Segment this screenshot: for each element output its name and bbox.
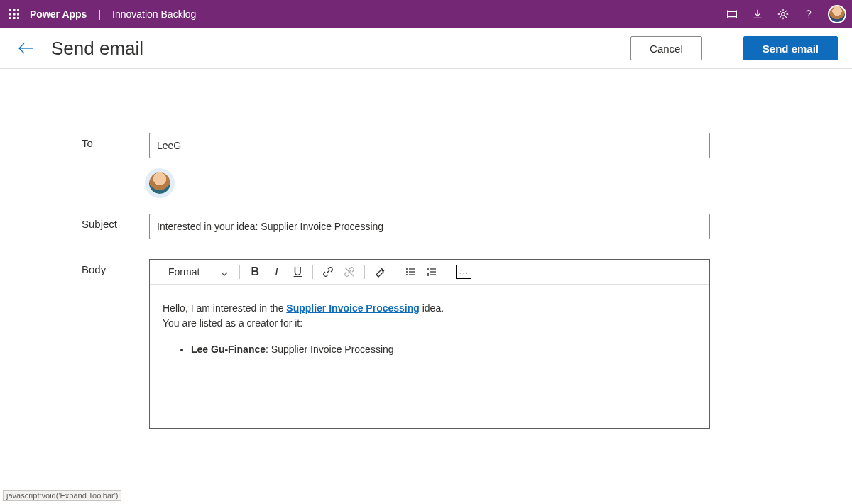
cancel-button[interactable]: Cancel — [630, 36, 702, 60]
creator-name: Lee Gu-Finance — [191, 344, 266, 355]
numbered-list-icon[interactable] — [425, 265, 438, 278]
body-label: Body — [82, 259, 149, 275]
idea-link[interactable]: Supplier Invoice Processing — [286, 302, 420, 314]
svg-rect-8 — [17, 17, 19, 19]
svg-rect-4 — [13, 13, 16, 16]
bullet-list-icon[interactable] — [404, 265, 417, 278]
link-icon[interactable] — [322, 265, 334, 278]
waffle-icon[interactable] — [6, 6, 23, 23]
chevron-down-icon — [221, 268, 228, 275]
fit-icon[interactable] — [726, 8, 738, 21]
svg-rect-9 — [728, 11, 737, 16]
svg-rect-7 — [13, 17, 16, 19]
unlink-icon — [343, 265, 356, 278]
user-avatar[interactable] — [828, 5, 846, 23]
svg-point-14 — [782, 13, 785, 16]
svg-point-15 — [808, 17, 809, 18]
format-dropdown[interactable]: Format — [168, 266, 231, 278]
brand-separator: | — [98, 9, 101, 20]
download-icon[interactable] — [751, 8, 764, 21]
back-button[interactable] — [14, 37, 37, 60]
format-dropdown-label: Format — [168, 266, 200, 278]
creator-idea: : Supplier Invoice Processing — [266, 344, 394, 355]
email-form: To Subject Body Format — [0, 69, 852, 477]
creator-list-item: Lee Gu-Finance: Supplier Invoice Process… — [191, 342, 697, 357]
brand-label[interactable]: Power Apps — [30, 9, 87, 20]
body-text: idea. — [420, 302, 444, 314]
bold-button[interactable]: B — [248, 265, 261, 278]
svg-rect-2 — [17, 9, 19, 11]
underline-button[interactable]: U — [291, 265, 304, 278]
clear-format-icon[interactable] — [373, 265, 386, 278]
svg-rect-6 — [9, 17, 11, 19]
send-email-button[interactable]: Send email — [743, 36, 838, 60]
app-name[interactable]: Innovation Backlog — [112, 9, 196, 20]
gear-icon[interactable] — [777, 8, 790, 21]
to-label: To — [82, 133, 149, 149]
subject-label: Subject — [82, 214, 149, 230]
svg-rect-0 — [9, 9, 11, 11]
editor-toolbar: Format B I U — [150, 260, 709, 285]
to-input[interactable] — [149, 133, 710, 158]
svg-rect-1 — [13, 9, 16, 11]
rich-text-editor: Format B I U — [149, 259, 710, 429]
svg-rect-5 — [17, 13, 19, 16]
subject-input[interactable] — [149, 214, 710, 239]
recipient-avatar[interactable] — [149, 172, 170, 194]
svg-point-21 — [406, 274, 408, 275]
status-bar: javascript:void('Expand Toolbar') — [3, 490, 121, 501]
more-toolbar-button[interactable]: ··· — [456, 265, 471, 279]
page-title: Send email — [51, 38, 143, 60]
body-text: Hello, I am interested in the — [163, 302, 286, 314]
editor-body[interactable]: Hello, I am interested in the Supplier I… — [150, 285, 709, 428]
svg-point-20 — [406, 271, 408, 273]
svg-rect-3 — [9, 13, 11, 16]
svg-point-19 — [406, 268, 408, 270]
italic-button[interactable]: I — [270, 265, 283, 278]
body-text: You are listed as a creator for it: — [163, 316, 697, 331]
command-bar: Send email Cancel Send email — [0, 28, 852, 69]
help-icon[interactable] — [802, 8, 815, 21]
global-header: Power Apps | Innovation Backlog — [0, 0, 852, 28]
